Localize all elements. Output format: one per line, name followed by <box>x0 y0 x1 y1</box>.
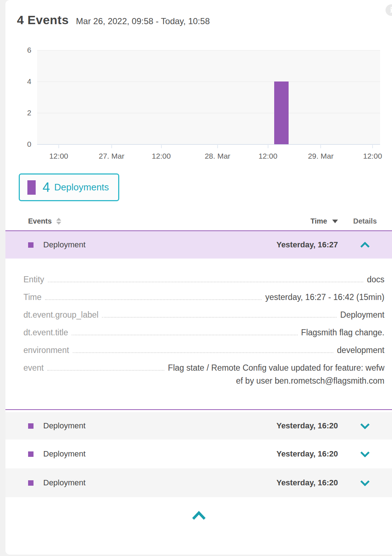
detail-value: yesterday, 16:27 - 16:42 (15min) <box>265 291 384 304</box>
detail-row: Entity docs <box>23 273 384 286</box>
x-axis-tick-label: 12:00 <box>363 152 382 160</box>
detail-key: Time <box>23 291 41 303</box>
event-type-label: Deployment <box>43 449 85 459</box>
x-axis-tick <box>111 145 112 148</box>
event-time: Yesterday, 16:20 <box>259 478 338 487</box>
y-axis-tick-label: 6 <box>15 46 31 54</box>
x-axis-tick-label: 12:00 <box>152 152 171 160</box>
deployment-event-icon <box>28 242 34 248</box>
column-header-time[interactable]: Time <box>259 217 338 225</box>
table-row[interactable]: Deployment Yesterday, 16:20 <box>5 468 392 497</box>
timeframe-label: Mar 26, 2022, 09:58 - Today, 10:58 <box>76 16 210 26</box>
detail-value: Deployment <box>340 308 384 321</box>
panel-header: 4 Events Mar 26, 2022, 09:58 - Today, 10… <box>5 0 392 27</box>
detail-value: Flag state / Remote Config value updated… <box>168 361 384 387</box>
events-table: Events Time Details Deployment Yesterday… <box>5 217 392 497</box>
event-time: Yesterday, 16:20 <box>259 421 338 431</box>
event-type-label: Deployment <box>43 478 85 487</box>
deployment-event-icon <box>28 480 34 486</box>
dotted-leader <box>47 370 164 371</box>
chevron-up-icon <box>191 511 206 520</box>
table-header: Events Time Details <box>5 217 392 230</box>
detail-value[interactable]: docs <box>367 273 384 286</box>
y-axis-tick-label: 0 <box>15 140 31 149</box>
deployments-swatch <box>27 180 36 195</box>
x-axis-tick-label: 28. Mar <box>205 152 230 160</box>
detail-value: development <box>337 344 384 357</box>
event-type-label: Deployment <box>43 240 85 250</box>
deployments-bar[interactable] <box>274 81 289 144</box>
detail-row: event Flag state / Remote Config value u… <box>23 361 384 387</box>
x-axis-tick-label: 29. Mar <box>308 152 334 160</box>
detail-key: dt.event.group_label <box>23 309 98 321</box>
events-header-label: Events <box>28 217 52 225</box>
dotted-leader <box>73 352 334 353</box>
detail-value: Flagsmith flag change. <box>301 326 384 339</box>
collapse-all-button[interactable] <box>5 511 392 520</box>
deployment-event-icon <box>28 451 34 457</box>
table-row[interactable]: Deployment Yesterday, 16:20 <box>5 440 392 468</box>
deployment-event-icon <box>28 423 34 429</box>
dotted-leader <box>102 317 337 318</box>
x-axis-tick-label: 12:00 <box>49 152 68 160</box>
detail-key: environment <box>23 344 69 356</box>
table-row[interactable]: Deployment Yesterday, 16:27 <box>5 230 392 259</box>
detail-row: environment development <box>23 344 384 357</box>
x-axis-tick <box>161 145 161 148</box>
dotted-leader <box>48 282 364 282</box>
x-axis-tick <box>268 145 268 148</box>
detail-row: Time yesterday, 16:27 - 16:42 (15min) <box>23 291 384 304</box>
column-header-events[interactable]: Events <box>28 217 259 225</box>
x-axis-tick-label: 27. Mar <box>99 152 124 160</box>
chevron-up-icon[interactable] <box>360 242 370 248</box>
plot-area[interactable]: 642012:0027. Mar12:0028. Mar12:0029. Mar… <box>37 50 380 145</box>
legend-deployments-toggle[interactable]: 4 Deployments <box>19 173 119 201</box>
event-time: Yesterday, 16:27 <box>259 240 338 250</box>
events-panel: i 4 Events Mar 26, 2022, 09:58 - Today, … <box>5 0 392 555</box>
x-axis-tick-label: 12:00 <box>258 152 277 160</box>
gridline <box>37 81 380 82</box>
legend-label: Deployments <box>54 182 109 193</box>
x-axis-tick <box>373 145 373 148</box>
x-axis-tick <box>217 145 218 148</box>
time-header-label: Time <box>311 217 327 225</box>
x-axis-tick <box>58 145 59 148</box>
chevron-down-icon[interactable] <box>360 480 370 486</box>
event-details-panel: Entity docs Time yesterday, 16:27 - 16:4… <box>5 259 392 410</box>
table-row[interactable]: Deployment Yesterday, 16:20 <box>5 412 392 440</box>
column-header-details: Details <box>338 217 392 225</box>
detail-row: dt.event.title Flagsmith flag change. <box>23 326 384 339</box>
sort-desc-icon <box>332 220 338 223</box>
gridline <box>37 113 380 113</box>
y-axis-tick-label: 2 <box>15 109 31 117</box>
detail-key: event <box>23 362 44 374</box>
detail-row: dt.event.group_label Deployment <box>23 308 384 321</box>
events-bar-chart: 642012:0027. Mar12:0028. Mar12:0029. Mar… <box>37 50 380 162</box>
gridline <box>37 50 380 50</box>
dotted-leader <box>72 335 298 335</box>
detail-key: Entity <box>23 274 44 286</box>
detail-key: dt.event.title <box>23 327 68 339</box>
chevron-down-icon[interactable] <box>360 423 370 429</box>
legend-count: 4 <box>43 180 50 195</box>
dotted-leader <box>45 299 262 300</box>
sort-both-icon <box>56 218 61 225</box>
chevron-down-icon[interactable] <box>360 451 370 457</box>
y-axis-tick-label: 4 <box>15 77 31 86</box>
event-type-label: Deployment <box>43 421 85 431</box>
page-title: 4 Events <box>17 13 69 27</box>
x-axis-tick <box>321 145 321 148</box>
event-time: Yesterday, 16:20 <box>259 449 338 459</box>
